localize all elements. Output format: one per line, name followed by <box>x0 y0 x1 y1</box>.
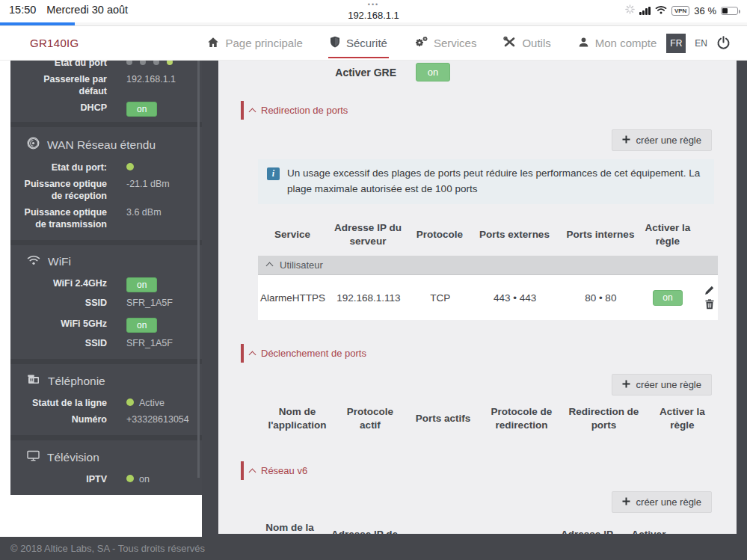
column-header: Adresse IP de destination <box>322 514 408 534</box>
section-accent-bar <box>241 461 244 480</box>
sidebar-section-wan: WAN Réseau étendu Etat du port: Puissanc… <box>10 127 202 240</box>
rule-server-ip: 192.168.1.113 <box>328 275 410 320</box>
rule-external-ports: 443 • 443 <box>471 275 559 320</box>
copyright-text: © 2018 Altice Labs, SA - Tous droits rés… <box>10 543 205 554</box>
main-background: Activer GRE on Redirection de ports crée… <box>202 61 747 537</box>
port-status-label: Etat du port <box>21 61 107 69</box>
group-label: Utilisateur <box>280 259 323 271</box>
column-header: Protocole de redirection <box>482 399 561 439</box>
create-rule-button-port-forwarding[interactable]: créer une règle <box>612 129 712 151</box>
section-header-network-v6[interactable]: Réseau v6 <box>241 461 737 480</box>
language-en-button[interactable]: EN <box>695 38 707 49</box>
iptv-label: IPTV <box>21 473 107 485</box>
column-header: Protocole actif <box>336 399 404 439</box>
sidebar-column: Etat du port Passerelle par défaut 192.1… <box>0 61 202 537</box>
wan-port-status-dot <box>126 163 134 170</box>
nav-item-tools[interactable]: Outils <box>503 36 550 50</box>
ssid24-label: SSID <box>21 297 107 309</box>
wifi24-label: WiFi 2.4GHz <box>21 277 107 292</box>
gears-icon <box>414 36 428 50</box>
rule-protocol: TCP <box>410 275 471 320</box>
page-footer: © 2018 Altice Labs, SA - Tous droits rés… <box>0 537 747 560</box>
wifi5-status-badge: on <box>126 318 157 333</box>
ios-status-bar: 15:50 Mercredi 30 août ••• 192.168.1.1 V… <box>0 0 747 22</box>
optical-tx-label: Puissance optique de transmission <box>21 206 107 230</box>
create-rule-button-port-triggering[interactable]: créer une règle <box>612 374 712 396</box>
wan-section-title: WAN Réseau étendu <box>47 138 156 152</box>
iptv-status-value: on <box>139 473 150 485</box>
create-rule-button-network-v6[interactable]: créer une règle <box>612 491 712 513</box>
column-header: Ports actifs <box>404 399 482 439</box>
ssid24-value: SFR_1A5F <box>126 297 173 309</box>
rule-group-row-utilisateur[interactable]: Utilisateur <box>258 256 718 275</box>
section-accent-bar <box>241 344 244 363</box>
sidebar-section-wifi: WiFi WiFi 2.4GHz on SSID SFR_1A5F WiFi 5… <box>10 245 202 359</box>
chevron-up-icon <box>266 262 274 270</box>
tab-handle-dots-icon: ••• <box>0 1 747 8</box>
rule-service: AlarmeHTTPS <box>258 275 328 320</box>
main-menu: Page principale Sécurité Services Outils… <box>207 36 657 50</box>
dhcp-status-badge: on <box>126 102 157 117</box>
nav-item-home[interactable]: Page principale <box>207 37 302 50</box>
navbar-right: FR EN <box>666 34 731 53</box>
wan-icon <box>27 137 40 153</box>
section-header-port-triggering[interactable]: Déclenchement de ports <box>241 344 737 363</box>
gre-setting-row: Activer GRE on <box>218 61 737 81</box>
column-header: Nom de l'application <box>258 399 336 439</box>
tv-icon <box>27 450 40 464</box>
section-header-port-forwarding[interactable]: Redirection de ports <box>241 101 737 120</box>
chevron-up-icon <box>249 468 256 476</box>
rule-internal-ports: 80 • 80 <box>559 275 642 320</box>
nav-item-services[interactable]: Services <box>414 36 477 50</box>
info-icon <box>267 167 280 180</box>
battery-icon <box>721 7 738 15</box>
iptv-status-dot <box>126 475 134 482</box>
wifi24-status-badge: on <box>126 277 157 292</box>
phone-number-label: Numéro <box>21 413 107 425</box>
column-header: Service <box>258 215 327 255</box>
sidebar-section-phone: Téléphonie Statut de la ligne Active Num… <box>10 364 202 435</box>
language-fr-button[interactable]: FR <box>666 34 686 53</box>
optical-tx-value: 3.6 dBm <box>126 206 162 230</box>
column-header: Adresse IP Source <box>550 514 624 534</box>
port-forwarding-table-header: Service Adresse IP du serveur Protocole … <box>258 215 718 255</box>
gre-toggle[interactable]: on <box>416 63 450 81</box>
plus-icon <box>622 496 630 508</box>
plus-icon <box>622 135 630 146</box>
port-range-warning: Un usage excessif des plages de ports pe… <box>258 159 714 204</box>
edit-rule-button[interactable] <box>704 286 714 295</box>
rule-enabled-toggle[interactable]: on <box>653 290 682 307</box>
nav-item-label: Services <box>434 37 477 49</box>
column-header: Activer la règle <box>642 215 693 255</box>
port-forwarding-rule-row: AlarmeHTTPS 192.168.1.113 TCP 443 • 443 … <box>258 275 718 320</box>
nav-item-label: Mon compte <box>595 37 657 49</box>
nav-item-security[interactable]: Sécurité <box>330 36 387 50</box>
nav-item-label: Sécurité <box>346 37 387 49</box>
column-header: Activer la règle <box>647 399 718 439</box>
column-header: Ports internes <box>559 215 642 255</box>
info-text: Un usage excessif des plages de ports pe… <box>287 166 705 197</box>
optical-rx-value: -21.1 dBm <box>126 178 170 202</box>
column-header: Adresse IP du serveur <box>327 215 409 255</box>
wifi5-label: WiFi 5GHz <box>21 318 107 333</box>
section-accent-bar <box>241 101 244 120</box>
column-header: Redirection de ports <box>561 399 647 439</box>
tv-section-title: Télévision <box>47 451 99 464</box>
column-header: Protocole <box>408 514 479 534</box>
nav-item-account[interactable]: Mon compte <box>578 37 657 50</box>
user-icon <box>578 37 589 50</box>
delete-rule-button[interactable] <box>705 299 714 310</box>
optical-rx-label: Puissance optique de réception <box>21 178 107 202</box>
column-header: Protocole <box>409 215 470 255</box>
gateway-label: Passerelle par défaut <box>21 73 107 97</box>
column-header: Nom de la règle à autoriser <box>258 514 322 534</box>
dhcp-label: DHCP <box>21 102 107 117</box>
network-v6-table-header: Nom de la règle à autoriser Adresse IP d… <box>258 514 718 534</box>
line-status-value: Active <box>139 397 165 409</box>
logout-power-button[interactable] <box>716 36 731 50</box>
page-load-progress-bar <box>0 22 75 25</box>
section-title: Déclenchement de ports <box>261 348 366 359</box>
address-bar-url: 192.168.1.1 <box>0 10 747 21</box>
phone-section-title: Téléphonie <box>48 375 105 388</box>
line-status-label: Statut de la ligne <box>21 397 107 409</box>
